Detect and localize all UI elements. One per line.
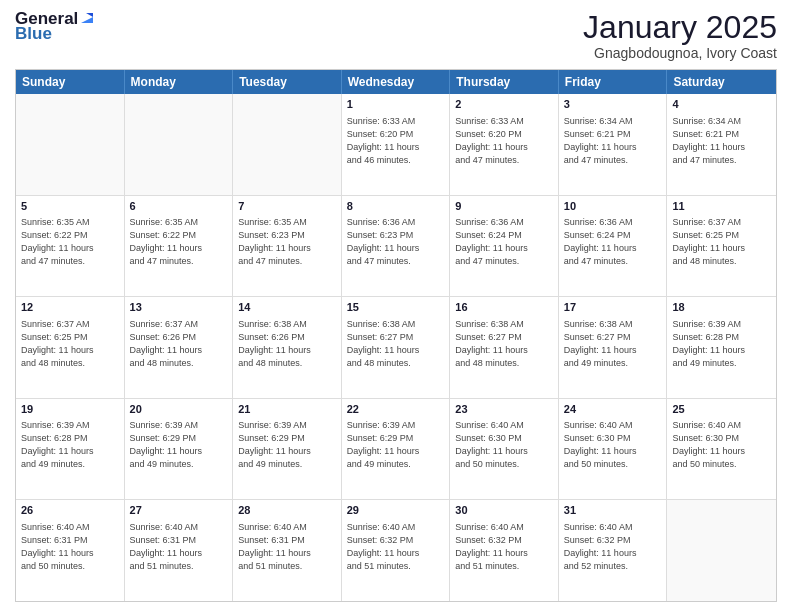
- day-number: 30: [455, 503, 553, 518]
- day-number: 13: [130, 300, 228, 315]
- day-number: 6: [130, 199, 228, 214]
- day-cell-7: 7Sunrise: 6:35 AM Sunset: 6:23 PM Daylig…: [233, 196, 342, 297]
- location-subtitle: Gnagbodougnoa, Ivory Coast: [583, 45, 777, 61]
- day-cell-31: 31Sunrise: 6:40 AM Sunset: 6:32 PM Dayli…: [559, 500, 668, 601]
- day-number: 29: [347, 503, 445, 518]
- day-info: Sunrise: 6:38 AM Sunset: 6:27 PM Dayligh…: [347, 318, 445, 370]
- day-cell-23: 23Sunrise: 6:40 AM Sunset: 6:30 PM Dayli…: [450, 399, 559, 500]
- day-info: Sunrise: 6:33 AM Sunset: 6:20 PM Dayligh…: [455, 115, 553, 167]
- day-number: 19: [21, 402, 119, 417]
- calendar-row-4: 26Sunrise: 6:40 AM Sunset: 6:31 PM Dayli…: [16, 500, 776, 601]
- day-cell-29: 29Sunrise: 6:40 AM Sunset: 6:32 PM Dayli…: [342, 500, 451, 601]
- day-cell-24: 24Sunrise: 6:40 AM Sunset: 6:30 PM Dayli…: [559, 399, 668, 500]
- day-number: 15: [347, 300, 445, 315]
- day-number: 1: [347, 97, 445, 112]
- header-day-thursday: Thursday: [450, 70, 559, 94]
- day-info: Sunrise: 6:39 AM Sunset: 6:29 PM Dayligh…: [347, 419, 445, 471]
- day-info: Sunrise: 6:37 AM Sunset: 6:25 PM Dayligh…: [21, 318, 119, 370]
- day-number: 18: [672, 300, 771, 315]
- day-number: 25: [672, 402, 771, 417]
- day-number: 12: [21, 300, 119, 315]
- day-cell-25: 25Sunrise: 6:40 AM Sunset: 6:30 PM Dayli…: [667, 399, 776, 500]
- day-number: 9: [455, 199, 553, 214]
- day-cell-13: 13Sunrise: 6:37 AM Sunset: 6:26 PM Dayli…: [125, 297, 234, 398]
- calendar-row-2: 12Sunrise: 6:37 AM Sunset: 6:25 PM Dayli…: [16, 297, 776, 399]
- header-day-tuesday: Tuesday: [233, 70, 342, 94]
- day-number: 23: [455, 402, 553, 417]
- logo-triangle-icon: [79, 11, 93, 25]
- title-area: January 2025 Gnagbodougnoa, Ivory Coast: [583, 10, 777, 61]
- day-number: 5: [21, 199, 119, 214]
- day-cell-9: 9Sunrise: 6:36 AM Sunset: 6:24 PM Daylig…: [450, 196, 559, 297]
- day-number: 24: [564, 402, 662, 417]
- day-cell-26: 26Sunrise: 6:40 AM Sunset: 6:31 PM Dayli…: [16, 500, 125, 601]
- day-info: Sunrise: 6:36 AM Sunset: 6:24 PM Dayligh…: [564, 216, 662, 268]
- day-number: 20: [130, 402, 228, 417]
- day-number: 2: [455, 97, 553, 112]
- day-cell-18: 18Sunrise: 6:39 AM Sunset: 6:28 PM Dayli…: [667, 297, 776, 398]
- day-info: Sunrise: 6:38 AM Sunset: 6:26 PM Dayligh…: [238, 318, 336, 370]
- day-info: Sunrise: 6:36 AM Sunset: 6:23 PM Dayligh…: [347, 216, 445, 268]
- day-cell-19: 19Sunrise: 6:39 AM Sunset: 6:28 PM Dayli…: [16, 399, 125, 500]
- header-day-friday: Friday: [559, 70, 668, 94]
- day-info: Sunrise: 6:40 AM Sunset: 6:30 PM Dayligh…: [672, 419, 771, 471]
- day-info: Sunrise: 6:37 AM Sunset: 6:25 PM Dayligh…: [672, 216, 771, 268]
- day-cell-17: 17Sunrise: 6:38 AM Sunset: 6:27 PM Dayli…: [559, 297, 668, 398]
- calendar-row-0: 1Sunrise: 6:33 AM Sunset: 6:20 PM Daylig…: [16, 94, 776, 196]
- day-cell-3: 3Sunrise: 6:34 AM Sunset: 6:21 PM Daylig…: [559, 94, 668, 195]
- header-day-monday: Monday: [125, 70, 234, 94]
- header: General Blue January 2025 Gnagbodougnoa,…: [15, 10, 777, 61]
- day-info: Sunrise: 6:39 AM Sunset: 6:29 PM Dayligh…: [238, 419, 336, 471]
- day-cell-20: 20Sunrise: 6:39 AM Sunset: 6:29 PM Dayli…: [125, 399, 234, 500]
- day-number: 21: [238, 402, 336, 417]
- day-number: 16: [455, 300, 553, 315]
- day-number: 14: [238, 300, 336, 315]
- day-info: Sunrise: 6:38 AM Sunset: 6:27 PM Dayligh…: [455, 318, 553, 370]
- calendar-row-3: 19Sunrise: 6:39 AM Sunset: 6:28 PM Dayli…: [16, 399, 776, 501]
- day-cell-5: 5Sunrise: 6:35 AM Sunset: 6:22 PM Daylig…: [16, 196, 125, 297]
- header-day-wednesday: Wednesday: [342, 70, 451, 94]
- day-number: 10: [564, 199, 662, 214]
- calendar-header: SundayMondayTuesdayWednesdayThursdayFrid…: [16, 70, 776, 94]
- day-info: Sunrise: 6:35 AM Sunset: 6:22 PM Dayligh…: [21, 216, 119, 268]
- day-info: Sunrise: 6:40 AM Sunset: 6:30 PM Dayligh…: [455, 419, 553, 471]
- logo-text: General Blue: [15, 10, 93, 42]
- svg-marker-0: [81, 17, 93, 23]
- day-cell-21: 21Sunrise: 6:39 AM Sunset: 6:29 PM Dayli…: [233, 399, 342, 500]
- day-cell-28: 28Sunrise: 6:40 AM Sunset: 6:31 PM Dayli…: [233, 500, 342, 601]
- day-number: 26: [21, 503, 119, 518]
- day-number: 17: [564, 300, 662, 315]
- day-info: Sunrise: 6:39 AM Sunset: 6:28 PM Dayligh…: [21, 419, 119, 471]
- day-info: Sunrise: 6:40 AM Sunset: 6:31 PM Dayligh…: [238, 521, 336, 573]
- day-number: 7: [238, 199, 336, 214]
- day-info: Sunrise: 6:37 AM Sunset: 6:26 PM Dayligh…: [130, 318, 228, 370]
- day-cell-8: 8Sunrise: 6:36 AM Sunset: 6:23 PM Daylig…: [342, 196, 451, 297]
- day-cell-22: 22Sunrise: 6:39 AM Sunset: 6:29 PM Dayli…: [342, 399, 451, 500]
- calendar: SundayMondayTuesdayWednesdayThursdayFrid…: [15, 69, 777, 602]
- logo-blue: Blue: [15, 25, 93, 42]
- day-cell-27: 27Sunrise: 6:40 AM Sunset: 6:31 PM Dayli…: [125, 500, 234, 601]
- day-number: 3: [564, 97, 662, 112]
- svg-marker-1: [86, 13, 93, 17]
- header-day-saturday: Saturday: [667, 70, 776, 94]
- day-cell-2: 2Sunrise: 6:33 AM Sunset: 6:20 PM Daylig…: [450, 94, 559, 195]
- day-cell-30: 30Sunrise: 6:40 AM Sunset: 6:32 PM Dayli…: [450, 500, 559, 601]
- day-info: Sunrise: 6:35 AM Sunset: 6:23 PM Dayligh…: [238, 216, 336, 268]
- empty-cell: [667, 500, 776, 601]
- logo: General Blue: [15, 10, 93, 42]
- day-number: 27: [130, 503, 228, 518]
- day-info: Sunrise: 6:40 AM Sunset: 6:32 PM Dayligh…: [347, 521, 445, 573]
- day-info: Sunrise: 6:35 AM Sunset: 6:22 PM Dayligh…: [130, 216, 228, 268]
- day-cell-16: 16Sunrise: 6:38 AM Sunset: 6:27 PM Dayli…: [450, 297, 559, 398]
- day-cell-4: 4Sunrise: 6:34 AM Sunset: 6:21 PM Daylig…: [667, 94, 776, 195]
- page: General Blue January 2025 Gnagbodougnoa,…: [0, 0, 792, 612]
- day-info: Sunrise: 6:36 AM Sunset: 6:24 PM Dayligh…: [455, 216, 553, 268]
- day-info: Sunrise: 6:38 AM Sunset: 6:27 PM Dayligh…: [564, 318, 662, 370]
- day-info: Sunrise: 6:40 AM Sunset: 6:32 PM Dayligh…: [455, 521, 553, 573]
- day-info: Sunrise: 6:40 AM Sunset: 6:30 PM Dayligh…: [564, 419, 662, 471]
- day-cell-10: 10Sunrise: 6:36 AM Sunset: 6:24 PM Dayli…: [559, 196, 668, 297]
- day-number: 28: [238, 503, 336, 518]
- empty-cell: [16, 94, 125, 195]
- day-cell-11: 11Sunrise: 6:37 AM Sunset: 6:25 PM Dayli…: [667, 196, 776, 297]
- day-cell-15: 15Sunrise: 6:38 AM Sunset: 6:27 PM Dayli…: [342, 297, 451, 398]
